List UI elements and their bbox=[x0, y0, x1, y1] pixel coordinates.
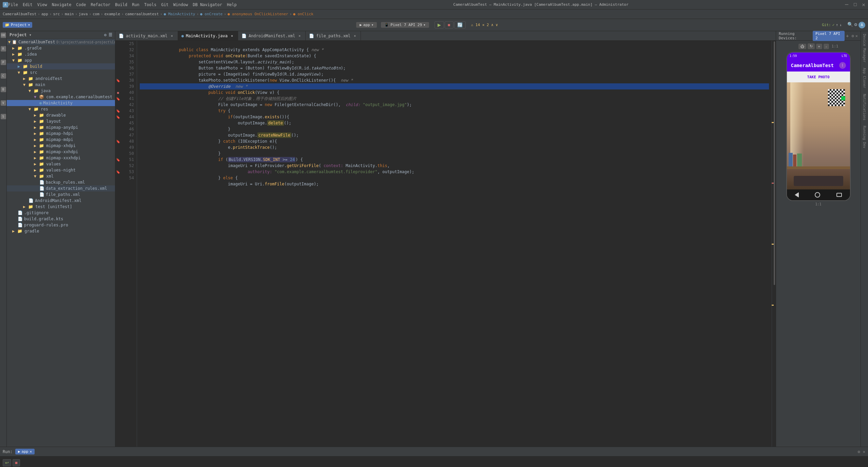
tree-item-build[interactable]: ▶ 📁 build bbox=[7, 63, 115, 69]
run-config-dropdown[interactable]: ▾ bbox=[371, 23, 374, 27]
project-dropdown[interactable]: ▾ bbox=[28, 23, 30, 27]
bookmarks-icon[interactable]: B bbox=[1, 87, 6, 92]
project-icon-left[interactable]: P bbox=[1, 60, 6, 65]
breadcrumb-project[interactable]: CameraAlbumTest bbox=[3, 12, 36, 16]
tree-item-java[interactable]: ▼ 📁 java bbox=[7, 88, 115, 94]
maximize-button[interactable]: □ bbox=[854, 1, 856, 8]
code-content[interactable]: public class MainActivity extends AppCom… bbox=[137, 41, 772, 447]
device-panel-close[interactable]: ✕ bbox=[855, 34, 858, 38]
sync-button[interactable]: 🔄 bbox=[454, 21, 466, 28]
menu-git[interactable]: Git bbox=[161, 2, 169, 7]
tree-item-buildgradle[interactable]: 📄 build.gradle.kts bbox=[7, 216, 115, 222]
breadcrumb-oncreate[interactable]: ● onCreate bbox=[200, 12, 223, 16]
commit-icon[interactable]: C bbox=[1, 73, 6, 79]
menu-view[interactable]: View bbox=[37, 2, 47, 7]
breadcrumb-package[interactable]: cameraalbumtest bbox=[125, 12, 159, 16]
menu-edit[interactable]: Edit bbox=[23, 2, 33, 7]
sidebar-settings[interactable]: ⚙ bbox=[104, 33, 107, 37]
breadcrumb-example[interactable]: example bbox=[104, 12, 120, 16]
add-device-icon[interactable]: + bbox=[846, 33, 849, 39]
rotate-button[interactable]: ↻ bbox=[808, 43, 815, 49]
tree-item-proguard[interactable]: 📄 proguard-rules.pro bbox=[7, 222, 115, 228]
tree-item-backup-rules[interactable]: 📄 backup_rules.xml bbox=[7, 179, 115, 185]
menu-code[interactable]: Code bbox=[76, 2, 86, 7]
tree-item-data-extraction[interactable]: 📄 data_extraction_rules.xml bbox=[7, 185, 115, 191]
tab-filepaths[interactable]: 📄 file_paths.xml ✕ bbox=[306, 31, 361, 41]
device-selector[interactable]: 📱 Pixel 7 API 29 ▾ bbox=[381, 22, 429, 28]
tab-mainactivity[interactable]: ● MainActivity.java ✕ bbox=[178, 31, 238, 41]
close-button[interactable]: ✕ bbox=[862, 1, 865, 8]
tree-item-mipmap-xxxhdpi[interactable]: ▶ 📁 mipmap-xxxhdpi bbox=[7, 155, 115, 161]
tab-close-mainactivity[interactable]: ✕ bbox=[230, 34, 234, 38]
tree-item-mipmap-xhdpi[interactable]: ▶ 📁 mipmap-xhdpi bbox=[7, 143, 115, 149]
tree-item-xml[interactable]: ▼ 📁 xml bbox=[7, 173, 115, 179]
stop-button[interactable]: ■ bbox=[445, 21, 454, 28]
menu-bar[interactable]: File Edit View Navigate Code Refactor Bu… bbox=[8, 2, 237, 7]
menu-refactor[interactable]: Refactor bbox=[91, 2, 110, 7]
app-cloner-icon[interactable]: App Cloner bbox=[862, 66, 867, 89]
tree-item-layout[interactable]: ▶ 📁 layout bbox=[7, 118, 115, 124]
breadcrumb-app[interactable]: app bbox=[41, 12, 48, 16]
window-controls[interactable]: ─ □ ✕ bbox=[845, 1, 865, 8]
tab-activity-main[interactable]: 📄 activity_main.xml ✕ bbox=[115, 31, 178, 41]
menu-run[interactable]: Run bbox=[132, 2, 139, 7]
breadcrumb-listener[interactable]: ● anonymous OnClickListener bbox=[228, 12, 288, 16]
tree-item-gitignore[interactable]: 📄 .gitignore bbox=[7, 210, 115, 216]
volume-down-button[interactable]: - bbox=[824, 44, 829, 49]
avatar-icon[interactable]: A bbox=[859, 22, 865, 28]
breadcrumb-com[interactable]: com bbox=[93, 12, 99, 16]
structure-icon[interactable]: S bbox=[1, 114, 6, 119]
run-close-icon[interactable]: ✕ bbox=[863, 449, 865, 454]
tab-close-filepaths[interactable]: ✕ bbox=[352, 34, 357, 38]
tree-item-mipmap-hdpi[interactable]: ▶ 📁 mipmap-hdpi bbox=[7, 130, 115, 137]
menu-window[interactable]: Window bbox=[173, 2, 188, 7]
tree-item-drawable[interactable]: ▶ 📁 drawable bbox=[7, 112, 115, 118]
resource-manager-icon[interactable]: R bbox=[1, 46, 6, 52]
tab-close-activity-main[interactable]: ✕ bbox=[170, 34, 174, 38]
tree-item-mipmap-mdpi[interactable]: ▶ 📁 mipmap-mdpi bbox=[7, 137, 115, 143]
run-tab-close[interactable]: ✕ bbox=[30, 449, 32, 454]
search-everywhere-icon[interactable]: 🔍 bbox=[847, 22, 853, 28]
device-dropdown[interactable]: ▾ bbox=[423, 23, 426, 27]
menu-navigate[interactable]: Navigate bbox=[52, 2, 72, 7]
tree-item-app[interactable]: ▼ 📁 app bbox=[7, 57, 115, 63]
menu-db-navigator[interactable]: DB Navigator bbox=[193, 2, 222, 7]
menu-file[interactable]: File bbox=[8, 2, 18, 7]
breadcrumb-java[interactable]: java bbox=[79, 12, 88, 16]
tab-close-androidmanifest[interactable]: ✕ bbox=[297, 34, 302, 38]
db-browser-icon[interactable]: DB bbox=[1, 33, 6, 38]
tree-item-test[interactable]: ▶ 📁 test [unitTest] bbox=[7, 204, 115, 210]
sidebar-collapse[interactable]: ☰ bbox=[109, 33, 112, 37]
tree-item-package[interactable]: ▼ 📦 com.example.cameraalbumtest bbox=[7, 94, 115, 100]
tree-item-values-night[interactable]: ▶ 📁 values-night bbox=[7, 167, 115, 173]
tree-item-values[interactable]: ▶ 📁 values bbox=[7, 161, 115, 167]
stop-run-button[interactable]: ■ bbox=[13, 459, 20, 466]
editor-scrollbar[interactable] bbox=[772, 41, 776, 447]
settings-icon[interactable]: ⚙ bbox=[854, 22, 857, 28]
project-selector[interactable]: 📁 Project ▾ bbox=[3, 22, 32, 28]
tree-item-androidtest[interactable]: ▶ 📁 androidTest bbox=[7, 76, 115, 82]
tree-item-gradle-root[interactable]: ▶ 📁 gradle bbox=[7, 228, 115, 234]
code-editor[interactable]: 🔖 ● 🔖 🔖 🔖 🔖 🔖 🔖 bbox=[115, 41, 776, 447]
device-settings-icon[interactable]: ⚙ bbox=[852, 34, 854, 38]
menu-tools[interactable]: Tools bbox=[144, 2, 156, 7]
breadcrumb-onclick[interactable]: ● onClick bbox=[293, 12, 313, 16]
device-tab[interactable]: Pixel 7 API 2 bbox=[813, 31, 845, 41]
breadcrumb-src[interactable]: src bbox=[53, 12, 60, 16]
run-config[interactable]: ▶ app ▾ bbox=[356, 22, 377, 28]
tree-item-gradle[interactable]: ▶ 📁 .gradle bbox=[7, 45, 115, 51]
tree-item-src[interactable]: ▼ 📁 src bbox=[7, 69, 115, 76]
run-settings-icon[interactable]: ⚙ bbox=[858, 449, 860, 454]
tree-item-idea[interactable]: ▶ 📁 .idea bbox=[7, 51, 115, 57]
run-button[interactable]: ▶ bbox=[435, 21, 444, 28]
menu-help[interactable]: Help bbox=[227, 2, 237, 7]
breadcrumb-main[interactable]: main bbox=[65, 12, 74, 16]
running-dev-icon[interactable]: Running Dev bbox=[862, 124, 867, 149]
tree-item-res[interactable]: ▼ 📁 res bbox=[7, 106, 115, 112]
tree-item-mainactivity[interactable]: ● MainActivity bbox=[7, 100, 115, 106]
tree-item-filepaths[interactable]: 📄 file_paths.xml bbox=[7, 191, 115, 198]
tab-androidmanifest[interactable]: 📄 AndroidManifest.xml ✕ bbox=[238, 31, 306, 41]
rerun-button[interactable]: ↩ bbox=[3, 459, 11, 466]
tree-item-mipmap-anydpi[interactable]: ▶ 📁 mipmap-anydpi bbox=[7, 124, 115, 130]
breadcrumb-mainactivity[interactable]: ● MainActivity bbox=[164, 12, 195, 16]
